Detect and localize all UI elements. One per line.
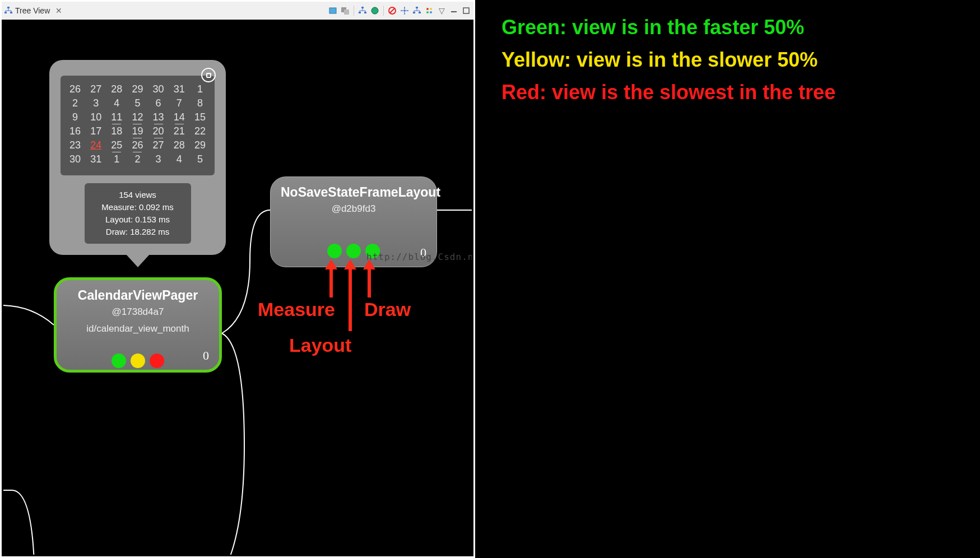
calendar-cell: 1	[109, 154, 124, 165]
calendar-cell: 24	[88, 140, 104, 151]
tree-canvas[interactable]: 2627282930311234567891011121314151617181…	[3, 20, 472, 555]
calendar-cell: 11	[109, 111, 124, 123]
arrow-draw-icon	[361, 259, 378, 299]
calendar-row: 2627282930311	[67, 83, 208, 95]
calendar-cell: 5	[192, 154, 208, 165]
legend-yellow: Yellow: view is in the slower 50%	[501, 44, 835, 76]
node-child-count: 0	[203, 348, 209, 363]
calendar-cell: 20	[151, 125, 166, 137]
calendar-cell: 5	[129, 97, 145, 109]
calendar-cell: 18	[109, 125, 124, 137]
calendar-cell: 10	[88, 111, 104, 123]
arrow-layout-icon	[342, 259, 359, 332]
calendar-cell: 25	[109, 140, 124, 151]
tb-tree2-icon[interactable]	[412, 6, 422, 16]
calendar-cell: 13	[151, 111, 166, 123]
title-bar: Tree View ✕ ▽	[2, 2, 473, 20]
calendar-cell: 29	[192, 140, 208, 151]
calendar-cell: 26	[129, 140, 145, 151]
tb-min-icon[interactable]	[449, 6, 459, 16]
perf-dots	[67, 354, 209, 368]
calendar-cell: 8	[192, 97, 208, 109]
tb-dots-icon[interactable]	[424, 6, 434, 16]
node-calendar-view-pager[interactable]: CalendarViewPager @1738d4a7 id/calendar_…	[54, 277, 222, 373]
calendar-row: 2345678	[67, 97, 208, 109]
tb-tree-icon[interactable]	[357, 6, 368, 16]
calendar-cell: 3	[88, 97, 104, 109]
svg-rect-20	[451, 11, 457, 12]
calendar-cell: 6	[151, 97, 166, 109]
calendar-cell: 27	[88, 83, 104, 95]
legend-green: Green: view is in the faster 50%	[501, 11, 835, 44]
stats-draw: Draw: 18.282 ms	[89, 226, 187, 238]
tooltip-preview-icon	[201, 68, 216, 82]
calendar-cell: 30	[151, 83, 166, 95]
svg-rect-8	[364, 12, 366, 13]
stats-layout: Layout: 0.153 ms	[89, 213, 187, 226]
calendar-cell: 17	[88, 125, 104, 137]
calendar-row: 303112345	[67, 154, 208, 165]
tb-max-icon[interactable]	[461, 6, 471, 16]
calendar-cell: 31	[171, 83, 187, 95]
svg-rect-13	[416, 7, 418, 8]
calendar-cell: 12	[129, 111, 145, 123]
calendar-cell: 27	[151, 140, 166, 151]
watermark: http://blog.Csdn.net/	[366, 252, 472, 262]
calendar-cell: 15	[192, 111, 208, 123]
tooltip-arrow-icon	[126, 254, 150, 267]
tb-target-icon[interactable]	[400, 6, 410, 16]
calendar-cell: 26	[67, 83, 83, 95]
tree-icon	[4, 6, 13, 15]
calendar-cell: 4	[109, 97, 124, 109]
svg-rect-3	[329, 8, 336, 13]
svg-rect-21	[463, 8, 469, 13]
svg-point-19	[430, 11, 432, 13]
toolbar-icons: ▽	[328, 6, 471, 16]
calendar-cell: 22	[192, 125, 208, 137]
measure-dot	[112, 354, 126, 368]
calendar-cell: 2	[129, 154, 145, 165]
calendar-row: 23242526272829	[67, 140, 208, 151]
node-title: NoSaveStateFrameLayout	[281, 185, 426, 200]
svg-point-17	[430, 8, 432, 10]
calendar-cell: 16	[67, 125, 83, 137]
tb-globe-icon[interactable]	[370, 6, 380, 16]
svg-rect-5	[344, 10, 349, 15]
arrow-measure-icon	[323, 259, 340, 299]
svg-rect-0	[7, 7, 10, 8]
svg-point-12	[403, 10, 406, 12]
tree-view-panel: Tree View ✕ ▽	[0, 0, 475, 558]
calendar-cell: 29	[129, 83, 145, 95]
calendar-cell: 14	[171, 111, 187, 123]
close-tab-icon[interactable]: ✕	[55, 6, 62, 15]
calendar-cell: 28	[109, 83, 124, 95]
calendar-cell: 2	[67, 97, 83, 109]
calendar-cell: 31	[88, 154, 104, 165]
calendar-row: 16171819202122	[67, 125, 208, 137]
tb-forbid-icon[interactable]	[387, 6, 397, 16]
calendar-cell: 21	[171, 125, 187, 137]
calendar-cell: 9	[67, 111, 83, 123]
svg-rect-7	[359, 12, 361, 13]
svg-rect-6	[361, 7, 364, 8]
panel-title: Tree View	[15, 6, 50, 15]
node-id: id/calendar_view_month	[67, 323, 209, 334]
calendar-cell: 30	[67, 154, 83, 165]
calendar-preview: 2627282930311234567891011121314151617181…	[61, 76, 215, 175]
calendar-cell: 4	[171, 154, 187, 165]
legend-red: Red: view is the slowest in the tree	[501, 76, 835, 109]
label-draw: Draw	[364, 299, 411, 320]
tb-icon-2[interactable]	[340, 6, 350, 16]
tb-icon-1[interactable]	[328, 6, 338, 16]
draw-dot	[150, 354, 164, 368]
calendar-cell: 3	[151, 154, 166, 165]
layout-dot	[346, 244, 361, 258]
node-hash: @1738d4a7	[67, 306, 209, 318]
svg-rect-15	[419, 12, 421, 13]
node-hash: @d2b9fd3	[281, 203, 426, 215]
svg-point-9	[371, 7, 378, 14]
layout-dot	[131, 354, 145, 368]
node-tooltip: 2627282930311234567891011121314151617181…	[49, 60, 226, 255]
tb-menu-icon[interactable]: ▽	[436, 6, 447, 16]
calendar-cell: 19	[129, 125, 145, 137]
